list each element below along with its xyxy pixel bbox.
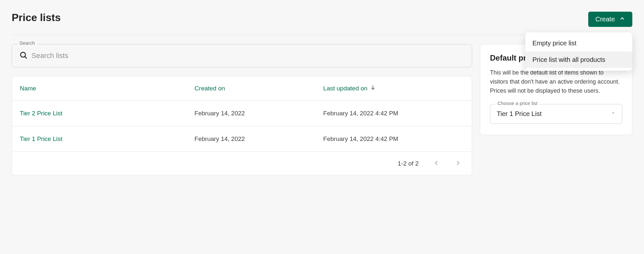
column-header-last-updated-on[interactable]: Last updated on	[316, 76, 472, 100]
cell-created-on: February 14, 2022	[187, 126, 316, 152]
dropdown-item-empty-price-list[interactable]: Empty price list	[525, 35, 632, 52]
table-row[interactable]: Tier 2 Price List February 14, 2022 Febr…	[12, 101, 472, 126]
pagination-text: 1-2 of 2	[398, 160, 419, 167]
default-price-list-select[interactable]: Choose a price list Tier 1 Price List	[490, 104, 622, 124]
price-lists-table: Name Created on Last updated on Tier 2 P…	[12, 76, 472, 175]
price-list-name-link[interactable]: Tier 1 Price List	[12, 126, 187, 152]
page-title: Price lists	[12, 12, 61, 24]
search-input[interactable]	[31, 52, 465, 60]
dropdown-item-all-products[interactable]: Price list with all products	[525, 52, 632, 68]
search-field-wrapper: Search	[12, 44, 472, 67]
search-legend: Search	[18, 40, 37, 46]
create-button-label: Create	[595, 16, 615, 23]
cell-updated-on: February 14, 2022 4:42 PM	[316, 126, 472, 152]
chevron-left-icon	[433, 160, 439, 167]
pagination: 1-2 of 2	[12, 152, 472, 175]
svg-line-1	[25, 57, 27, 58]
table-row[interactable]: Tier 1 Price List February 14, 2022 Febr…	[12, 126, 472, 152]
sort-descending-icon	[370, 85, 376, 92]
chevron-up-icon	[619, 16, 625, 23]
pagination-prev-button[interactable]	[432, 158, 441, 168]
column-header-created-on[interactable]: Created on	[187, 76, 316, 100]
select-value: Tier 1 Price List	[497, 110, 542, 118]
create-dropdown: Empty price list Price list with all pro…	[525, 32, 632, 71]
select-legend: Choose a price list	[495, 100, 539, 106]
cell-created-on: February 14, 2022	[187, 101, 316, 126]
price-list-name-link[interactable]: Tier 2 Price List	[12, 101, 187, 126]
search-icon	[19, 51, 28, 61]
default-price-list-description: This will be the default list of items s…	[490, 68, 622, 96]
chevron-right-icon	[455, 160, 461, 167]
pagination-next-button[interactable]	[454, 158, 463, 168]
caret-down-icon	[611, 111, 615, 117]
column-header-name[interactable]: Name	[12, 76, 187, 100]
create-button[interactable]: Create	[588, 12, 632, 27]
cell-updated-on: February 14, 2022 4:42 PM	[316, 101, 472, 126]
